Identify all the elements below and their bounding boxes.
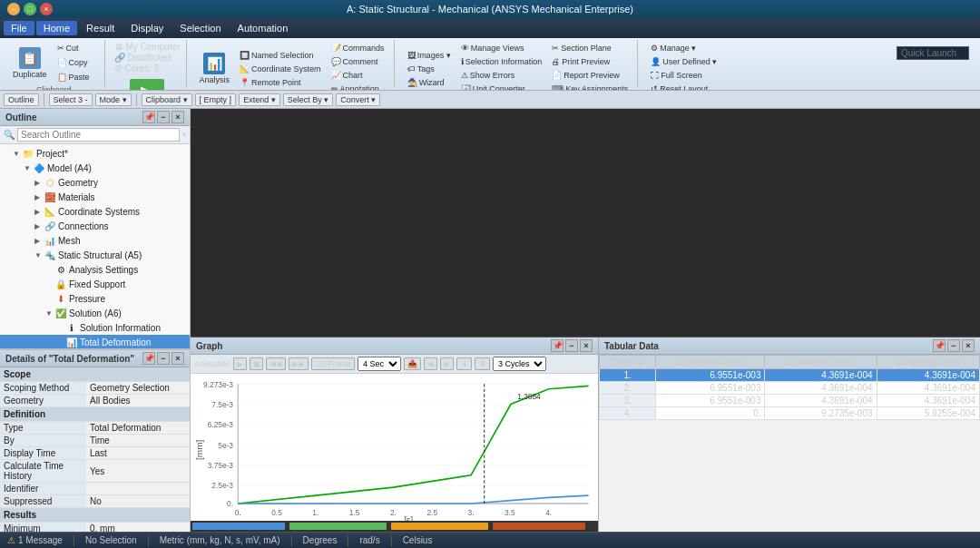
- export-button[interactable]: 📤: [404, 357, 421, 370]
- tabular-close[interactable]: ×: [962, 339, 975, 352]
- cycles-select[interactable]: 3 Cycles: [493, 357, 546, 371]
- outline-minimize[interactable]: −: [157, 111, 170, 123]
- step-fwd-button[interactable]: ▶▶: [289, 357, 309, 370]
- animation-label: Animation: [194, 359, 230, 368]
- manage-views-button[interactable]: 👁Manage Views: [457, 42, 546, 54]
- unit-converter-button[interactable]: 🔄Unit Converter: [457, 83, 546, 91]
- table-row[interactable]: 4. 0. 9.2735e-003 5.8255e-004: [600, 407, 980, 420]
- tree-item-pressure[interactable]: ⬇ Pressure: [0, 291, 190, 306]
- toolbar-mode[interactable]: Mode ▾: [95, 93, 132, 106]
- progress-seg-3: [391, 523, 488, 530]
- manage-layout-button[interactable]: ⚙Manage ▾: [647, 42, 720, 54]
- frames-select[interactable]: 4 Sec: [358, 357, 401, 371]
- key-assignments-button[interactable]: ⌨Key Assignments: [548, 83, 632, 91]
- ribbon-copy[interactable]: 📄 Copy: [54, 56, 99, 69]
- tree-item-materials[interactable]: ▶ 🧱 Materials: [0, 190, 190, 204]
- tree-item-geometry[interactable]: ▶ ⬡ Geometry: [0, 175, 190, 190]
- table-row[interactable]: 3. 6.9551e-003 4.3691e-004 4.3691e-004: [600, 395, 980, 407]
- named-selection-button[interactable]: 🔲Named Selection: [236, 49, 325, 62]
- pause-button[interactable]: ⏸: [456, 357, 472, 370]
- celsius-text: Celsius: [403, 535, 433, 545]
- full-screen-button[interactable]: ⛶Full Screen: [647, 69, 720, 82]
- print-preview-button[interactable]: 🖨Print Preview: [548, 55, 632, 68]
- table-row[interactable]: 1. 6.9551e-003 4.3691e-004 4.3691e-004: [600, 369, 980, 382]
- comment-button[interactable]: 💬Comment: [328, 55, 388, 68]
- tree-item-coord-systems[interactable]: ▶ 📐 Coordinate Systems: [0, 204, 190, 219]
- ribbon-duplicate[interactable]: 📋 Duplicate: [9, 45, 51, 81]
- stop-button[interactable]: ◼: [250, 357, 263, 370]
- tree-item-connections[interactable]: ▶ 🔗 Connections: [0, 219, 190, 233]
- toolbar-empty[interactable]: [ Empty ]: [195, 93, 237, 106]
- details-pin[interactable]: 📌: [142, 352, 155, 365]
- tabular-minimize[interactable]: −: [947, 339, 960, 352]
- toolbar-clipboard[interactable]: Clipboard ▾: [142, 93, 192, 106]
- tree-item-solution-info[interactable]: ℹ Solution Information: [0, 320, 190, 335]
- wizard-button[interactable]: 🧙Wizard: [404, 76, 455, 89]
- outline-pin[interactable]: 📌: [142, 111, 155, 123]
- toolbar-select-by[interactable]: Select By ▾: [283, 93, 334, 106]
- section-plane-button[interactable]: ✂Section Plane: [548, 42, 632, 54]
- toolbar-select[interactable]: Select 3 -: [49, 93, 93, 106]
- images-button[interactable]: 🖼Images ▾: [404, 49, 455, 62]
- graph-close[interactable]: ×: [580, 339, 593, 352]
- outline-close[interactable]: ×: [172, 111, 184, 123]
- search-chevron: ▾: [182, 131, 186, 139]
- details-minimize[interactable]: −: [157, 352, 170, 365]
- reset-layout-button[interactable]: ↺Reset Layout: [647, 83, 720, 91]
- prev-button[interactable]: ◀: [424, 357, 437, 370]
- tree-item-static-structural[interactable]: ▼ 🔩 Static Structural (A5): [0, 248, 190, 262]
- graph-minimize[interactable]: −: [565, 339, 578, 352]
- toolbar-convert[interactable]: Convert ▾: [336, 93, 380, 106]
- maximize-button[interactable]: □: [24, 3, 36, 15]
- pause2-button[interactable]: ⏸: [475, 357, 490, 370]
- menu-selection[interactable]: Selection: [172, 21, 228, 35]
- remote-point-button[interactable]: 📍Remote Point: [236, 76, 325, 89]
- outline-search-input[interactable]: [17, 128, 180, 142]
- menu-file[interactable]: File: [4, 21, 34, 35]
- toolbar-extend[interactable]: Extend ▾: [239, 93, 280, 106]
- tree-item-solution[interactable]: ▼ ✅ Solution (A6): [0, 306, 190, 320]
- commands-button[interactable]: 📝Commands: [328, 42, 388, 54]
- menu-home[interactable]: Home: [36, 21, 77, 35]
- message-text: 1 Message: [18, 535, 63, 545]
- svg-text:1.3684: 1.3684: [517, 392, 541, 401]
- tree-item-model[interactable]: ▼ 🔷 Model (A4): [0, 161, 190, 175]
- next-button[interactable]: ▶: [440, 357, 454, 370]
- tree-item-mesh[interactable]: ▶ 📊 Mesh: [0, 233, 190, 248]
- quick-launch-input[interactable]: [897, 46, 969, 60]
- play-button[interactable]: ▶: [233, 357, 247, 370]
- menu-display[interactable]: Display: [123, 21, 171, 35]
- svg-text:2.: 2.: [390, 508, 397, 517]
- graph-pin[interactable]: 📌: [551, 339, 564, 352]
- menu-automation[interactable]: Automation: [230, 21, 296, 35]
- annotation-button[interactable]: ✏Annotation: [328, 83, 388, 91]
- toolbar-outline-toggle[interactable]: Outline: [4, 93, 39, 106]
- solve-button[interactable]: ▶ Solve: [126, 77, 168, 91]
- graph-panel: Graph 📌 − × Animation ▶ ◼ ◀◀ ▶▶ 2D Fr: [191, 338, 599, 532]
- details-close[interactable]: ×: [172, 352, 184, 365]
- tree-item-project[interactable]: ▼ 📁 Project*: [0, 146, 190, 161]
- tree-item-fixed-support[interactable]: 🔒 Fixed Support: [0, 277, 190, 291]
- ribbon-cut[interactable]: ✂ Cut: [54, 42, 99, 54]
- tabular-panel: Tabular Data 📌 − × Time [s]: [599, 338, 980, 532]
- tags-button[interactable]: 🏷Tags: [404, 63, 455, 75]
- show-errors-button[interactable]: ⚠Show Errors: [457, 69, 546, 82]
- tree-item-total-deformation[interactable]: 📊 Total Deformation: [0, 335, 190, 348]
- table-row[interactable]: 2. 6.9551e-003 4.3691e-004 4.3691e-004: [600, 382, 980, 395]
- analysis-button[interactable]: 📊 Analysis: [196, 51, 234, 86]
- report-preview-button[interactable]: 📄Report Preview: [548, 69, 632, 82]
- section-plane-icon: ✂: [552, 44, 559, 53]
- tree-item-analysis-settings[interactable]: ⚙ Analysis Settings: [0, 262, 190, 277]
- step-back-button[interactable]: ◀◀: [266, 357, 286, 370]
- tabular-pin[interactable]: 📌: [933, 339, 946, 352]
- coordinate-system-button[interactable]: 📐Coordinate System: [236, 63, 325, 75]
- 2d-frame-btn[interactable]: 2D Frame: [311, 357, 355, 370]
- selection-info-button[interactable]: ℹSelection Information: [457, 55, 546, 68]
- chart-button[interactable]: 📈Chart: [328, 69, 388, 82]
- user-defined-button[interactable]: 👤User Defined ▾: [647, 55, 720, 68]
- menu-result[interactable]: Result: [79, 21, 122, 35]
- close-button[interactable]: ×: [40, 3, 53, 15]
- minimize-button[interactable]: −: [7, 3, 20, 15]
- ribbon-paste[interactable]: 📋 Paste: [54, 71, 99, 83]
- tabular-title: Tabular Data: [604, 341, 659, 351]
